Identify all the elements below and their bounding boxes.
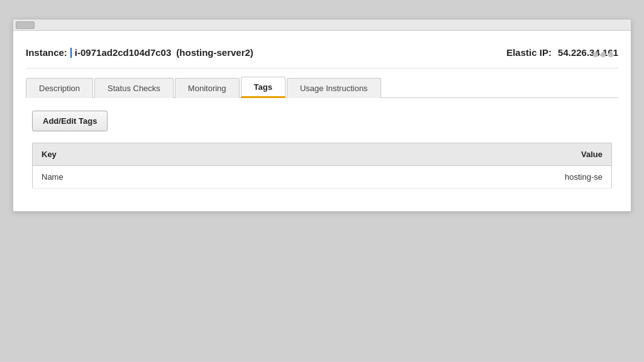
tags-table-header-row: Key Value xyxy=(33,143,612,166)
table-row: Name hosting-se xyxy=(33,166,612,189)
instance-info: Instance: i-0971ad2cd104d7c03 (hosting-s… xyxy=(26,47,253,58)
window-control-1 xyxy=(593,52,598,57)
value-column-header: Value xyxy=(525,143,611,166)
content-area: Instance: i-0971ad2cd104d7c03 (hosting-s… xyxy=(13,31,631,211)
instance-label-text: Instance: xyxy=(26,47,67,58)
tab-tags[interactable]: Tags xyxy=(241,77,286,98)
cursor-icon xyxy=(70,48,72,58)
tab-usage-instructions[interactable]: Usage Instructions xyxy=(287,78,381,98)
window-control-3 xyxy=(608,52,613,57)
tab-description[interactable]: Description xyxy=(26,78,93,98)
tags-tab-content: Add/Edit Tags Key Value Name hosting-se xyxy=(26,98,618,201)
instance-id: i-0971ad2cd104d7c03 xyxy=(75,47,171,58)
tags-table: Key Value Name hosting-se xyxy=(32,143,612,189)
scrollbar-thumb[interactable] xyxy=(16,21,35,29)
tab-status-checks[interactable]: Status Checks xyxy=(94,78,174,98)
key-column-header: Key xyxy=(33,143,525,166)
tab-monitoring[interactable]: Monitoring xyxy=(175,78,240,98)
scrollbar-top[interactable] xyxy=(13,19,631,31)
main-window: Instance: i-0971ad2cd104d7c03 (hosting-s… xyxy=(13,19,631,212)
window-controls xyxy=(593,52,613,57)
key-cell: Name xyxy=(33,166,525,189)
add-edit-tags-button[interactable]: Add/Edit Tags xyxy=(32,111,108,131)
instance-name: (hosting-server2) xyxy=(176,47,253,58)
tabs-bar: Description Status Checks Monitoring Tag… xyxy=(26,69,618,98)
value-cell: hosting-se xyxy=(525,166,611,189)
instance-header: Instance: i-0971ad2cd104d7c03 (hosting-s… xyxy=(26,41,618,69)
elastic-ip-label-text: Elastic IP: xyxy=(506,47,552,58)
window-control-2 xyxy=(601,52,606,57)
